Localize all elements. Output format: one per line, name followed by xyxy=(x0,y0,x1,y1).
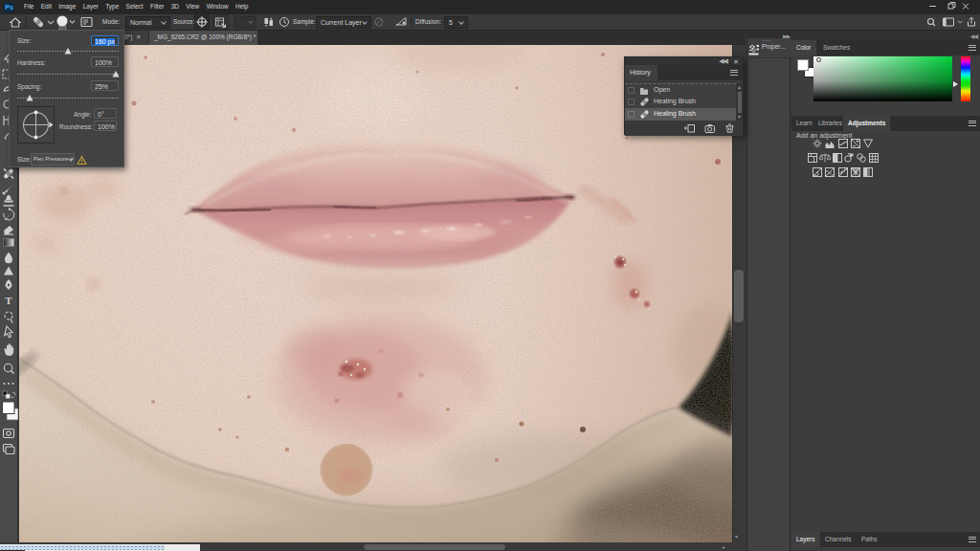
svg-text:T: T xyxy=(5,295,12,306)
